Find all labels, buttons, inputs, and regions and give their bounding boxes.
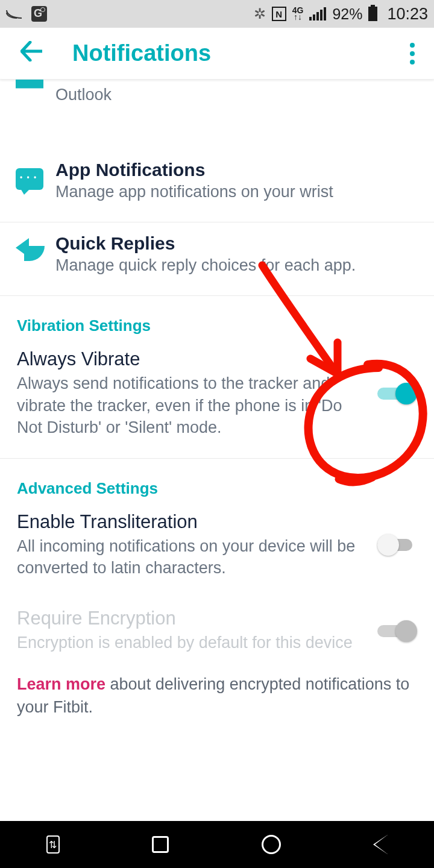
quick-replies-title: Quick Replies: [55, 233, 418, 254]
vibration-section-header: Vibration Settings: [0, 296, 434, 339]
transliteration-toggle[interactable]: [377, 533, 417, 557]
transliteration-desc: All incoming notifications on your devic…: [17, 535, 365, 579]
quick-replies-subtitle: Manage quick reply choices for each app.: [55, 255, 418, 276]
android-status-bar: ✲ N 4G↑↓ 92% 10:23: [0, 0, 434, 28]
overflow-menu-button[interactable]: [399, 37, 426, 71]
maps-notification-icon: [31, 6, 47, 22]
battery-percent: 92%: [332, 5, 362, 23]
battery-icon: [368, 7, 377, 21]
app-notifications-item[interactable]: App Notifications Manage app notificatio…: [0, 149, 434, 222]
email-subtitle: Outlook: [55, 84, 418, 105]
android-nav-bar: ⇅: [0, 821, 434, 868]
app-bar: Notifications: [0, 28, 434, 80]
encryption-title: Require Encryption: [17, 608, 365, 629]
reply-icon: [16, 237, 43, 261]
bluetooth-icon: ✲: [254, 5, 266, 22]
always-vibrate-title: Always Vibrate: [17, 348, 365, 370]
quick-replies-item[interactable]: Quick Replies Manage quick reply choices…: [0, 222, 434, 295]
app-notifications-subtitle: Manage app notifications on your wrist: [55, 181, 418, 203]
encryption-desc: Encryption is enabled by default for thi…: [17, 632, 365, 653]
signal-icon: [309, 7, 326, 20]
status-time: 10:23: [387, 5, 428, 24]
encryption-setting: Require Encryption Encryption is enabled…: [0, 598, 434, 673]
content-scroll[interactable]: Emails Outlook App Notifications Manage …: [0, 80, 434, 821]
always-vibrate-setting[interactable]: Always Vibrate Always send notifications…: [0, 339, 434, 458]
learn-more-link[interactable]: Learn more: [17, 675, 105, 693]
learn-more-text: Learn more about delivering encrypted no…: [0, 673, 434, 719]
nav-pin-button[interactable]: ⇅: [46, 835, 60, 854]
network-4g-icon: 4G↑↓: [292, 7, 304, 20]
advanced-section-header: Advanced Settings: [0, 459, 434, 502]
email-notifications-item[interactable]: Emails Outlook: [0, 80, 434, 125]
transliteration-setting[interactable]: Enable Transliteration All incoming noti…: [0, 502, 434, 599]
always-vibrate-desc: Always send notifications to the tracker…: [17, 373, 365, 438]
mail-icon: [16, 80, 43, 95]
nfc-icon: N: [272, 7, 286, 21]
app-notifications-title: App Notifications: [55, 160, 418, 180]
encryption-toggle: [377, 619, 417, 643]
always-vibrate-toggle[interactable]: [377, 382, 417, 406]
back-button[interactable]: [8, 36, 54, 71]
chat-icon: [16, 168, 43, 190]
nav-recents-button[interactable]: [152, 836, 169, 853]
transliteration-title: Enable Transliteration: [17, 511, 365, 533]
nav-home-button[interactable]: [262, 835, 281, 854]
notification-app-icon: [6, 8, 23, 20]
nav-back-button[interactable]: [373, 835, 388, 854]
page-title: Notifications: [72, 40, 211, 66]
